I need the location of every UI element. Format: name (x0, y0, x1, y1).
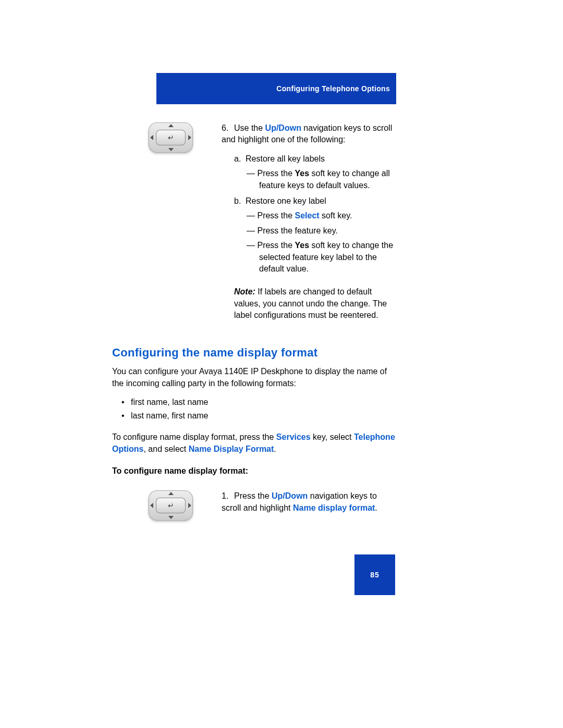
step-6-intro-key: Up/Down (265, 124, 301, 132)
header-title: Configuring Telephone Options (276, 84, 390, 93)
dash-b1: Press the Select soft key. (247, 210, 396, 221)
sub-letter-b: b. (234, 195, 246, 207)
step-1-number: 1. (222, 490, 234, 502)
dash-a1-pre: Press the (257, 169, 295, 178)
config-line: To configure name display format, press … (112, 431, 396, 455)
page-number: 85 (370, 571, 380, 579)
dash-b1-post: soft key. (320, 211, 352, 220)
dash-b2-text: Press the feature key. (257, 226, 337, 235)
page-content: ↵ 6.Use the Up/Down navigation keys to s… (112, 122, 396, 522)
bullet-1: first name, last name (131, 396, 396, 409)
dash-b3: Press the Yes soft key to change the sel… (247, 240, 396, 275)
page-number-box: 85 (354, 554, 395, 595)
cfg-p1: To configure name display format, press … (112, 433, 276, 441)
navigation-pad-icon: ↵ (149, 122, 193, 154)
step-6-row: ↵ 6.Use the Up/Down navigation keys to s… (149, 122, 396, 321)
navigation-pad-icon: ↵ (149, 490, 193, 522)
cfg-p4: . (274, 445, 276, 453)
dash-b2: Press the feature key. (247, 225, 396, 237)
dash-b3-key: Yes (295, 241, 309, 250)
dash-a1: Press the Yes soft key to change all fea… (247, 168, 396, 191)
step-1-row: ↵ 1.Press the Up/Down navigation keys to… (149, 490, 396, 522)
sub-heading: To configure name display format: (112, 466, 396, 476)
sub-item-a: a.Restore all key labels Press the Yes s… (222, 153, 396, 191)
sub-label-a: Restore all key labels (246, 154, 325, 163)
note-block: Note: If labels are changed to default v… (222, 286, 396, 321)
s1-key: Up/Down (272, 491, 308, 500)
bullet-list: first name, last name last name, first n… (112, 396, 396, 422)
dash-b1-pre: Press the (257, 211, 295, 220)
sub-label-b: Restore one key label (246, 196, 326, 205)
cfg-k3: Name Display Format (189, 445, 274, 453)
header-bar: Configuring Telephone Options (156, 73, 396, 104)
section-intro: You can configure your Avaya 1140E IP De… (112, 366, 396, 389)
sub-item-b: b.Restore one key label Press the Select… (222, 195, 396, 275)
sub-letter-a: a. (234, 153, 246, 165)
bullet-2: last name, first name (131, 409, 396, 423)
dash-a1-key: Yes (295, 169, 309, 178)
s1-key2: Name display format (293, 503, 375, 512)
step-6-intro-pre: Use the (234, 124, 265, 132)
cfg-p3: , and select (143, 445, 188, 453)
section-heading: Configuring the name display format (112, 346, 396, 360)
cfg-p2: key, select (311, 433, 354, 441)
s1-post: . (375, 503, 377, 512)
dash-b1-key: Select (295, 211, 319, 220)
note-label: Note: (234, 287, 255, 296)
note-text: If labels are changed to default values,… (234, 287, 387, 319)
dash-b3-pre: Press the (257, 241, 295, 250)
step-6-number: 6. (222, 122, 234, 134)
cfg-k1: Services (276, 433, 311, 441)
step-6-body: 6.Use the Up/Down navigation keys to scr… (222, 122, 396, 321)
s1-pre: Press the (234, 491, 272, 500)
step-1-body: 1.Press the Up/Down navigation keys to s… (222, 490, 396, 514)
